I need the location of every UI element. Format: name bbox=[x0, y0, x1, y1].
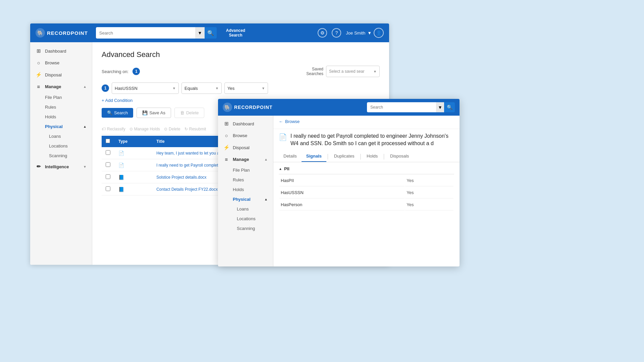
sidebar-item-label: Locations bbox=[237, 216, 256, 221]
sidebar-section-label: Manage bbox=[233, 157, 249, 162]
user-avatar: 👤 bbox=[374, 28, 384, 38]
pii-section-header[interactable]: ▲ PII bbox=[279, 166, 454, 171]
browse-back-label: Browse bbox=[285, 119, 300, 124]
sidebar-sub-manage: File Plan Rules Holds Physical ▲ Loans bbox=[30, 93, 92, 161]
table-header-type: Type bbox=[114, 136, 152, 147]
tab-details[interactable]: Details bbox=[279, 151, 302, 162]
sidebar-section-manage[interactable]: ≡ Manage ▲ bbox=[30, 81, 92, 93]
delete-icon: 🗑 bbox=[180, 110, 184, 115]
saved-searches-placeholder: Select a saved sear bbox=[329, 69, 364, 74]
logo2-text: RECORDPOINT bbox=[234, 105, 272, 110]
adv-search-link[interactable]: AdvancedSearch bbox=[223, 27, 248, 39]
search-go-button2[interactable]: 🔍 bbox=[444, 102, 455, 112]
sidebar-section-label: Intelligence bbox=[45, 164, 69, 169]
result-title-link[interactable]: Solstice Project details.docx bbox=[156, 175, 206, 180]
logo2: 🐘 RECORDPOINT bbox=[223, 103, 272, 112]
sidebar2: ⊞ Dashboard ○ Browse ⚡ Disposal ≡ Manage… bbox=[218, 116, 273, 266]
tab-signals[interactable]: Signals bbox=[302, 151, 326, 162]
manage-icon: ≡ bbox=[36, 84, 42, 89]
condition-field-select[interactable]: HasUSSSN ▼ bbox=[112, 82, 179, 94]
search-dropdown-button2[interactable]: ▼ bbox=[436, 102, 444, 112]
add-condition-button[interactable]: + Add Condition bbox=[102, 98, 132, 103]
sidebar2-item-fileplan[interactable]: File Plan bbox=[233, 165, 273, 175]
tab-duplicates[interactable]: Duplicates bbox=[329, 151, 359, 162]
user-menu[interactable]: Joe Smith ▼ 👤 bbox=[346, 28, 384, 38]
search-go-button[interactable]: 🔍 bbox=[205, 27, 217, 39]
result-title-link[interactable]: Contact Details Project FY22.docx bbox=[156, 187, 218, 192]
search-input-wrap2: ▼ bbox=[367, 102, 444, 112]
topbar2: 🐘 RECORDPOINT ▼ 🔍 bbox=[218, 99, 460, 116]
manage-arrow-icon: ▲ bbox=[83, 85, 87, 88]
row-checkbox[interactable] bbox=[106, 150, 110, 155]
sidebar2-item-disposal[interactable]: ⚡ Disposal bbox=[218, 141, 273, 154]
sidebar-section-intelligence[interactable]: ✏ Intelligence ▼ bbox=[30, 161, 92, 173]
saved-searches-select[interactable]: Select a saved sear ▼ bbox=[326, 66, 380, 77]
tab-holds[interactable]: Holds bbox=[362, 151, 382, 162]
sidebar-item-label: File Plan bbox=[233, 168, 250, 173]
sidebar-item-locations[interactable]: Locations bbox=[49, 141, 92, 151]
signal-label: HasPerson bbox=[279, 199, 405, 210]
sidebar-item-label: Rules bbox=[233, 177, 244, 182]
condition-value-select[interactable]: Yes ▼ bbox=[224, 82, 268, 94]
signals-table: HasPII Yes HasUSSSN Yes HasPerson Yes bbox=[279, 174, 454, 211]
search-dropdown-button[interactable]: ▼ bbox=[195, 27, 205, 39]
search-bar: ▼ 🔍 bbox=[96, 27, 217, 39]
browse-back-link[interactable]: ← Browse bbox=[279, 119, 454, 124]
sidebar-item-fileplan[interactable]: File Plan bbox=[45, 93, 92, 102]
disposal-icon: ⚡ bbox=[36, 72, 42, 78]
sidebar-item-rules[interactable]: Rules bbox=[45, 102, 92, 112]
tab-separator3: | bbox=[382, 151, 385, 162]
sidebar-item-browse[interactable]: ○ Browse bbox=[30, 57, 92, 69]
manage-holds-label: Manage Holds bbox=[134, 127, 160, 131]
results-delete-button[interactable]: ⊙ Delete bbox=[164, 127, 180, 131]
reclassify-button[interactable]: 🏷 Reclassify bbox=[102, 127, 125, 131]
signal-value: Yes bbox=[405, 187, 453, 198]
row-checkbox[interactable] bbox=[106, 174, 110, 179]
record-title: I really need to get Payroll completed t… bbox=[290, 132, 454, 147]
browse2-icon: ○ bbox=[223, 133, 229, 138]
delete-button[interactable]: 🗑 Delete bbox=[174, 108, 205, 118]
condition-operator-select[interactable]: Equals ▼ bbox=[181, 82, 222, 94]
sidebar2-item-browse[interactable]: ○ Browse bbox=[218, 130, 273, 141]
result-title-link[interactable]: I really need to get Payroll completed t… bbox=[156, 163, 228, 168]
sidebar-item-label: Disposal bbox=[45, 72, 62, 77]
select-all-checkbox[interactable] bbox=[106, 139, 110, 143]
save-as-button[interactable]: 💾 Save As bbox=[137, 108, 171, 118]
sidebar2-section-physical[interactable]: Physical ▲ bbox=[233, 194, 273, 204]
sidebar-item-holds[interactable]: Holds bbox=[45, 112, 92, 122]
search-input2[interactable] bbox=[367, 102, 444, 112]
sidebar2-section-manage[interactable]: ≡ Manage ▲ bbox=[218, 154, 273, 165]
sidebar-item-loans[interactable]: Loans bbox=[49, 131, 92, 141]
search-input[interactable] bbox=[96, 27, 205, 39]
sidebar-item-dashboard[interactable]: ⊞ Dashboard bbox=[30, 45, 92, 57]
sidebar-item-label: Holds bbox=[45, 114, 56, 119]
searching-on-label: Searching on: bbox=[102, 69, 128, 74]
settings-button[interactable]: ⚙ bbox=[318, 28, 327, 38]
tab-duplicates-label: Duplicates bbox=[334, 154, 355, 159]
sidebar-section-physical[interactable]: Physical ▲ bbox=[45, 122, 92, 131]
sidebar2-item-loans[interactable]: Loans bbox=[237, 204, 273, 214]
sidebar2-item-scanning[interactable]: Scanning bbox=[237, 224, 273, 233]
resubmit-button[interactable]: ↻ Resubmit bbox=[184, 127, 206, 131]
help-button[interactable]: ? bbox=[332, 28, 341, 38]
dropdown-arrow2-icon: ▼ bbox=[438, 105, 442, 110]
signal-value: Yes bbox=[405, 199, 453, 210]
row-checkbox[interactable] bbox=[106, 186, 110, 191]
browse-header: ← Browse bbox=[273, 116, 460, 129]
sidebar2-item-locations[interactable]: Locations bbox=[237, 214, 273, 224]
signal-row: HasUSSSN Yes bbox=[279, 187, 453, 198]
sidebar-item-scanning[interactable]: Scanning bbox=[49, 151, 92, 161]
sidebar2-item-rules[interactable]: Rules bbox=[233, 175, 273, 185]
tab-disposals[interactable]: Disposals bbox=[385, 151, 414, 162]
sidebar-item-disposal[interactable]: ⚡ Disposal bbox=[30, 69, 92, 81]
tabs-row: Details Signals | Duplicates | Holds | D… bbox=[273, 151, 460, 162]
manage-holds-button[interactable]: ⊙ Manage Holds bbox=[129, 127, 160, 131]
search-button[interactable]: 🔍 Search bbox=[102, 108, 133, 118]
row-checkbox[interactable] bbox=[106, 162, 110, 167]
manage2-icon: ≡ bbox=[223, 157, 229, 162]
delete-label: Delete bbox=[186, 110, 199, 115]
signals-content: ▲ PII HasPII Yes HasUSSSN Yes bbox=[273, 162, 460, 266]
sidebar2-item-dashboard[interactable]: ⊞ Dashboard bbox=[218, 118, 273, 130]
sidebar2-item-holds[interactable]: Holds bbox=[233, 185, 273, 194]
logo2-icon: 🐘 bbox=[223, 103, 232, 112]
